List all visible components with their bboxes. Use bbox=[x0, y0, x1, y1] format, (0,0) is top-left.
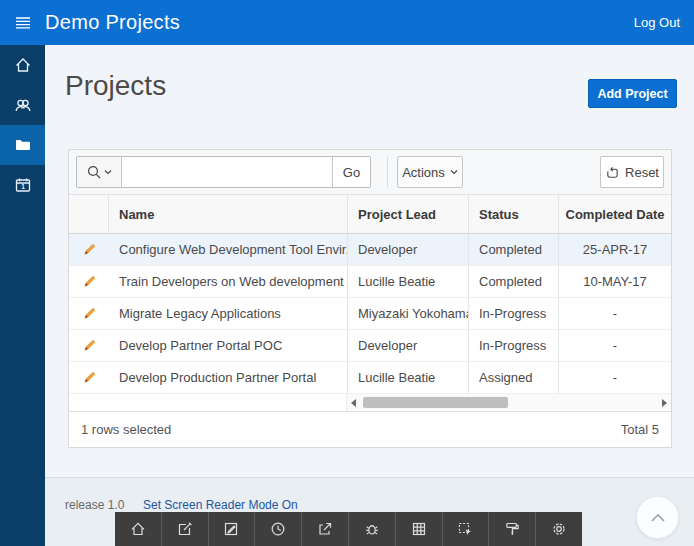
theme-roller-icon bbox=[503, 520, 521, 538]
devtoolbar-application-button[interactable] bbox=[161, 512, 208, 546]
cell-project-lead: Lucille Beatie bbox=[348, 266, 469, 297]
edit-column-header bbox=[69, 195, 109, 233]
cell-status: Assigned bbox=[469, 362, 559, 393]
svg-text:1: 1 bbox=[21, 183, 25, 190]
devtoolbar-view-debug-button[interactable] bbox=[301, 512, 348, 546]
column-header-status[interactable]: Status bbox=[469, 195, 559, 233]
projects-report-region: Go Actions Reset Name Project Lead Statu… bbox=[68, 149, 672, 448]
release-version: release 1.0 bbox=[65, 498, 124, 512]
edit-row-button[interactable] bbox=[69, 234, 109, 265]
column-header-completed-date[interactable]: Completed Date bbox=[559, 195, 671, 233]
table-row[interactable]: Develop Production Partner Portal Lucill… bbox=[69, 362, 671, 394]
table-row[interactable]: Develop Partner Portal POC Developer In-… bbox=[69, 330, 671, 362]
toolbar-divider bbox=[387, 156, 388, 188]
cell-project-lead: Developer bbox=[348, 330, 469, 361]
actions-label: Actions bbox=[402, 165, 445, 180]
show-grid-icon bbox=[410, 520, 428, 538]
sidebar-item-home[interactable] bbox=[0, 45, 45, 85]
devtoolbar-session-button[interactable] bbox=[254, 512, 301, 546]
total-count: Total 5 bbox=[621, 422, 659, 437]
home-icon bbox=[129, 520, 147, 538]
report-toolbar: Go Actions Reset bbox=[69, 150, 671, 195]
cell-status: In-Progress bbox=[469, 330, 559, 361]
add-project-button[interactable]: Add Project bbox=[588, 79, 677, 108]
selection-status: 1 rows selected bbox=[81, 422, 171, 437]
cell-name: Configure Web Development Tool Envir... bbox=[109, 234, 348, 265]
cell-project-lead: Miyazaki Yokohama bbox=[348, 298, 469, 329]
search-input[interactable] bbox=[122, 157, 332, 187]
app-title: Demo Projects bbox=[45, 11, 180, 34]
sidebar-item-team[interactable] bbox=[0, 85, 45, 125]
app-header: Demo Projects Log Out bbox=[0, 0, 694, 45]
cell-completed-date: 25-APR-17 bbox=[559, 234, 671, 265]
cell-completed-date: - bbox=[559, 330, 671, 361]
users-icon bbox=[13, 95, 33, 115]
column-header-project-lead[interactable]: Project Lead bbox=[348, 195, 469, 233]
calendar-icon: 1 bbox=[13, 175, 33, 195]
customize-gear-icon bbox=[550, 520, 568, 538]
search-column-selector[interactable] bbox=[77, 157, 122, 187]
table-row[interactable]: Migrate Legacy Applications Miyazaki Yok… bbox=[69, 298, 671, 330]
cell-status: Completed bbox=[469, 266, 559, 297]
screen-reader-mode-link[interactable]: Set Screen Reader Mode On bbox=[143, 498, 298, 512]
edit-row-button[interactable] bbox=[69, 330, 109, 361]
cell-completed-date: - bbox=[559, 298, 671, 329]
scroll-to-top-button[interactable] bbox=[636, 496, 679, 539]
cell-status: In-Progress bbox=[469, 298, 559, 329]
report-footer: 1 rows selected Total 5 bbox=[69, 412, 671, 446]
cell-name: Develop Partner Portal POC bbox=[109, 330, 348, 361]
cell-completed-date: 10-MAY-17 bbox=[559, 266, 671, 297]
devtoolbar-theme-roller-button[interactable] bbox=[488, 512, 535, 546]
home-icon bbox=[13, 55, 33, 75]
horizontal-scrollbar[interactable] bbox=[346, 394, 671, 411]
edit-application-icon bbox=[176, 520, 194, 538]
reset-button[interactable]: Reset bbox=[600, 156, 664, 188]
cell-name: Train Developers on Web development ... bbox=[109, 266, 348, 297]
search-bar: Go bbox=[76, 156, 371, 188]
table-header-row: Name Project Lead Status Completed Date bbox=[69, 195, 671, 234]
reset-icon bbox=[605, 165, 620, 180]
scrollbar-thumb[interactable] bbox=[363, 397, 508, 408]
page-title: Projects bbox=[65, 70, 166, 102]
cell-name: Migrate Legacy Applications bbox=[109, 298, 348, 329]
developer-toolbar bbox=[115, 512, 582, 546]
reset-label: Reset bbox=[625, 165, 659, 180]
devtoolbar-home-button[interactable] bbox=[115, 512, 161, 546]
search-icon bbox=[86, 164, 102, 180]
devtoolbar-debug-button[interactable] bbox=[348, 512, 395, 546]
sidebar-item-projects[interactable] bbox=[0, 125, 45, 165]
sidebar-nav: 1 bbox=[0, 45, 45, 546]
cell-project-lead: Developer bbox=[348, 234, 469, 265]
debug-bug-icon bbox=[363, 520, 381, 538]
cell-completed-date: - bbox=[559, 362, 671, 393]
table-row[interactable]: Configure Web Development Tool Envir... … bbox=[69, 234, 671, 266]
view-debug-icon bbox=[316, 520, 334, 538]
devtoolbar-edit-page-button[interactable] bbox=[208, 512, 255, 546]
cell-project-lead: Lucille Beatie bbox=[348, 362, 469, 393]
quick-edit-icon bbox=[456, 520, 474, 538]
table-hscroll-row bbox=[69, 394, 671, 412]
go-button[interactable]: Go bbox=[332, 157, 370, 187]
chevron-up-icon bbox=[650, 513, 666, 523]
edit-page-icon bbox=[222, 520, 240, 538]
scroll-right-arrow-icon[interactable] bbox=[662, 399, 667, 407]
column-header-name[interactable]: Name bbox=[109, 195, 348, 233]
edit-row-button[interactable] bbox=[69, 266, 109, 297]
edit-row-button[interactable] bbox=[69, 298, 109, 329]
hamburger-menu-icon[interactable] bbox=[0, 0, 45, 45]
chevron-down-icon bbox=[104, 169, 112, 175]
devtoolbar-quick-edit-button[interactable] bbox=[442, 512, 489, 546]
devtoolbar-customize-button[interactable] bbox=[535, 512, 582, 546]
session-clock-icon bbox=[269, 520, 287, 538]
chevron-down-icon bbox=[450, 169, 458, 175]
projects-folder-icon bbox=[13, 135, 33, 155]
logout-link[interactable]: Log Out bbox=[634, 15, 694, 30]
edit-row-button[interactable] bbox=[69, 362, 109, 393]
cell-name: Develop Production Partner Portal bbox=[109, 362, 348, 393]
table-row[interactable]: Train Developers on Web development ... … bbox=[69, 266, 671, 298]
actions-menu-button[interactable]: Actions bbox=[397, 156, 463, 188]
devtoolbar-show-grid-button[interactable] bbox=[395, 512, 442, 546]
scroll-left-arrow-icon[interactable] bbox=[351, 399, 356, 407]
cell-status: Completed bbox=[469, 234, 559, 265]
sidebar-item-calendar[interactable]: 1 bbox=[0, 165, 45, 205]
